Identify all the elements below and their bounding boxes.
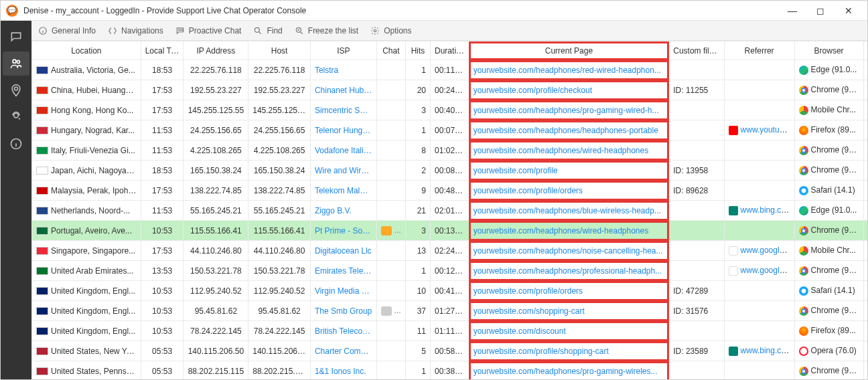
table-row[interactable]: Netherlands, Noord-...11:5355.165.245.21… (32, 201, 868, 221)
cell-current-page[interactable]: yourwebsite.com/profile/orders (469, 181, 669, 201)
col-localtime[interactable]: Local Time (141, 41, 184, 60)
col-chat[interactable]: Chat (376, 41, 405, 60)
flag-icon (36, 367, 48, 375)
cell-isp[interactable]: British Telecom... (310, 321, 376, 341)
cell-isp[interactable]: 1&1 Ionos Inc. (310, 361, 376, 380)
visitors-table-wrap[interactable]: Location Local Time IP Address Host ISP … (31, 41, 867, 379)
cell-isp[interactable]: Digitalocean Llc (310, 241, 376, 261)
referrer-icon (729, 206, 738, 215)
svg-point-8 (182, 29, 182, 30)
referrer-link[interactable]: www.google... (741, 246, 791, 255)
table-row[interactable]: Australia, Victoria, Ge...18:5322.225.76… (32, 60, 868, 80)
cell-chat (376, 161, 405, 181)
cell-isp[interactable]: Chinanet Hube... (310, 80, 376, 100)
referrer-link[interactable]: www.youtub... (741, 125, 791, 134)
cell-localtime: 11:53 (141, 140, 184, 161)
sidebar-info-icon[interactable] (3, 132, 29, 156)
cell-os: Win (863, 120, 867, 140)
cell-current-page[interactable]: yourwebsite.com/profile/checkout (469, 80, 669, 100)
proactive-chat-button[interactable]: Proactive Chat (175, 26, 242, 35)
freeze-list-button[interactable]: Freeze the list (295, 26, 358, 35)
col-isp[interactable]: ISP (310, 41, 376, 60)
table-row[interactable]: Singapore, Singapore...17:5344.110.246.8… (32, 241, 868, 261)
table-row[interactable]: Hungary, Nograd, Kar...11:5324.255.156.6… (32, 120, 868, 140)
cell-current-page[interactable]: yourwebsite.com/headphones/pro-gaming-wi… (469, 361, 669, 380)
table-row[interactable]: United Arab Emirates...13:53150.53.221.7… (32, 261, 868, 281)
general-info-button[interactable]: General Info (38, 26, 96, 35)
cell-referrer: www.google... (724, 241, 794, 261)
cell-current-page[interactable]: yourwebsite.com/headphones/professional-… (469, 261, 669, 281)
col-duration[interactable]: Duration (431, 41, 469, 60)
col-os[interactable]: OS (863, 41, 867, 60)
cell-current-page[interactable]: yourwebsite.com/shopping-cart (469, 301, 669, 321)
cell-current-page[interactable]: yourwebsite.com/headphones/blue-wireless… (469, 201, 669, 221)
proactive-chat-label: Proactive Chat (189, 26, 242, 35)
cell-current-page[interactable]: yourwebsite.com/profile/orders (469, 281, 669, 301)
referrer-link[interactable]: www.google... (741, 266, 791, 275)
referrer-link[interactable]: www.bing.co... (741, 346, 792, 355)
cell-isp[interactable]: Telekom Malay... (310, 181, 376, 201)
find-button[interactable]: Find (253, 26, 282, 35)
sidebar-map-icon[interactable] (3, 78, 29, 102)
cell-isp[interactable]: The Smb Group (310, 301, 376, 321)
table-row[interactable]: Japan, Aichi, Nagoya, ...18:53165.150.38… (32, 161, 868, 181)
cell-custom (669, 361, 724, 380)
cell-custom (669, 241, 724, 261)
table-row[interactable]: Italy, Friuli-Venezia Gi...11:534.225.10… (32, 140, 868, 161)
col-browser[interactable]: Browser (794, 41, 863, 60)
cell-browser: Edge (91.0... (794, 201, 863, 221)
table-row[interactable]: Portugal, Aveiro, Ave...10:53115.55.166.… (32, 221, 868, 241)
cell-hits: 10 (405, 281, 430, 301)
close-button[interactable]: ✕ (835, 1, 862, 20)
cell-isp[interactable]: Virgin Media Li... (310, 281, 376, 301)
sidebar-chat-icon[interactable] (3, 25, 29, 49)
cell-current-page[interactable]: yourwebsite.com/headphones/pro-gaming-wi… (469, 100, 669, 120)
cell-current-page[interactable]: yourwebsite.com/headphones/wired-headpho… (469, 221, 669, 241)
col-host[interactable]: Host (248, 41, 311, 60)
col-ip[interactable]: IP Address (184, 41, 248, 60)
table-row[interactable]: Malaysia, Perak, Ipoh, ...17:53138.222.7… (32, 181, 868, 201)
col-custom[interactable]: Custom fileds (669, 41, 724, 60)
col-hits[interactable]: Hits (405, 41, 430, 60)
col-current-page[interactable]: Current Page (469, 41, 669, 60)
cell-browser: Chrome (91... (794, 161, 863, 181)
maximize-button[interactable]: ◻ (807, 1, 834, 20)
cell-browser: Firefox (89... (794, 120, 863, 140)
navigations-button[interactable]: Navigations (108, 26, 163, 35)
cell-current-page[interactable]: yourwebsite.com/profile/shopping-cart (469, 341, 669, 361)
table-row[interactable]: United States, Pennsy...05:5388.202.215.… (32, 361, 868, 380)
cell-current-page[interactable]: yourwebsite.com/headphones/red-wired-hea… (469, 60, 669, 80)
cell-isp[interactable]: Charter Commu... (310, 341, 376, 361)
cell-isp[interactable]: Vodafone Italia ... (310, 140, 376, 161)
cell-hits: 20 (405, 80, 430, 100)
table-row[interactable]: United Kingdom, Engl...10:5378.24.222.14… (32, 321, 868, 341)
cell-isp[interactable]: Simcentric Solu... (310, 100, 376, 120)
cell-isp[interactable]: Emirates Teleco... (310, 261, 376, 281)
table-row[interactable]: United States, New Yo...05:53140.115.206… (32, 341, 868, 361)
cell-chat (376, 341, 405, 361)
browser-icon (799, 86, 808, 95)
cell-current-page[interactable]: yourwebsite.com/discount (469, 321, 669, 341)
cell-isp[interactable]: Wire and Wirel... (310, 161, 376, 181)
table-row[interactable]: United Kingdom, Engl...10:5395.45.81.629… (32, 301, 868, 321)
cell-isp[interactable]: Ziggo B.V. (310, 201, 376, 221)
options-button[interactable]: Options (370, 26, 411, 35)
table-row[interactable]: China, Hubei, Huangg...17:53192.55.23.22… (32, 80, 868, 100)
col-referrer[interactable]: Referrer (724, 41, 794, 60)
cell-current-page[interactable]: yourwebsite.com/headphones/noise-cancell… (469, 241, 669, 261)
cell-isp[interactable]: Telenor Hungar... (310, 120, 376, 140)
table-row[interactable]: Hong Kong, Hong Ko...17:53145.255.125.55… (32, 100, 868, 120)
cell-current-page[interactable]: yourwebsite.com/headphones/wired-headpho… (469, 140, 669, 161)
minimize-button[interactable]: — (779, 1, 806, 20)
cell-current-page[interactable]: yourwebsite.com/headphones/headphones-po… (469, 120, 669, 140)
sidebar-agent-icon[interactable] (3, 105, 29, 129)
cell-isp[interactable]: Telstra (310, 60, 376, 80)
cell-current-page[interactable]: yourwebsite.com/profile (469, 161, 669, 181)
cell-isp[interactable]: Pt Prime - Solu... (310, 221, 376, 241)
sidebar-visitors-icon[interactable] (3, 52, 29, 76)
cell-localtime: 10:53 (141, 301, 184, 321)
referrer-link[interactable]: www.bing.co... (741, 205, 792, 215)
cell-localtime: 18:53 (141, 60, 184, 80)
col-location[interactable]: Location (32, 41, 141, 60)
table-row[interactable]: United Kingdom, Engl...10:53112.95.240.5… (32, 281, 868, 301)
